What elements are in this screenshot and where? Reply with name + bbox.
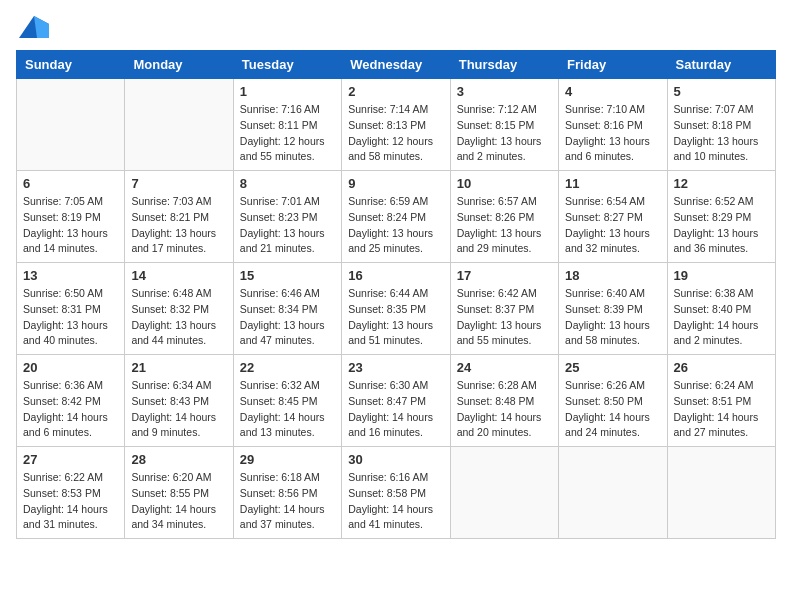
day-cell: 1Sunrise: 7:16 AMSunset: 8:11 PMDaylight…: [233, 79, 341, 171]
day-cell: 28Sunrise: 6:20 AMSunset: 8:55 PMDayligh…: [125, 447, 233, 539]
day-info-line: Sunrise: 6:44 AM: [348, 287, 428, 299]
day-info-line: Sunset: 8:31 PM: [23, 303, 101, 315]
day-info: Sunrise: 6:54 AMSunset: 8:27 PMDaylight:…: [565, 194, 660, 257]
day-number: 20: [23, 360, 118, 375]
day-info-line: Sunrise: 6:50 AM: [23, 287, 103, 299]
day-number: 10: [457, 176, 552, 191]
day-info: Sunrise: 6:38 AMSunset: 8:40 PMDaylight:…: [674, 286, 769, 349]
day-info-line: Daylight: 14 hours and 20 minutes.: [457, 411, 542, 439]
day-info-line: Sunset: 8:18 PM: [674, 119, 752, 131]
day-info-line: Daylight: 14 hours and 41 minutes.: [348, 503, 433, 531]
day-number: 3: [457, 84, 552, 99]
day-cell: 8Sunrise: 7:01 AMSunset: 8:23 PMDaylight…: [233, 171, 341, 263]
day-number: 1: [240, 84, 335, 99]
day-cell: 24Sunrise: 6:28 AMSunset: 8:48 PMDayligh…: [450, 355, 558, 447]
day-cell: 2Sunrise: 7:14 AMSunset: 8:13 PMDaylight…: [342, 79, 450, 171]
day-info: Sunrise: 7:10 AMSunset: 8:16 PMDaylight:…: [565, 102, 660, 165]
day-info-line: Sunset: 8:24 PM: [348, 211, 426, 223]
day-cell: 26Sunrise: 6:24 AMSunset: 8:51 PMDayligh…: [667, 355, 775, 447]
day-cell: 4Sunrise: 7:10 AMSunset: 8:16 PMDaylight…: [559, 79, 667, 171]
day-info: Sunrise: 6:42 AMSunset: 8:37 PMDaylight:…: [457, 286, 552, 349]
day-info: Sunrise: 6:34 AMSunset: 8:43 PMDaylight:…: [131, 378, 226, 441]
day-info-line: Sunset: 8:39 PM: [565, 303, 643, 315]
day-cell: 7Sunrise: 7:03 AMSunset: 8:21 PMDaylight…: [125, 171, 233, 263]
day-info-line: Sunrise: 6:20 AM: [131, 471, 211, 483]
day-number: 13: [23, 268, 118, 283]
day-info-line: Sunset: 8:16 PM: [565, 119, 643, 131]
day-number: 11: [565, 176, 660, 191]
day-info-line: Daylight: 13 hours and 51 minutes.: [348, 319, 433, 347]
day-info-line: Daylight: 13 hours and 25 minutes.: [348, 227, 433, 255]
day-info-line: Sunrise: 7:14 AM: [348, 103, 428, 115]
day-info-line: Sunset: 8:58 PM: [348, 487, 426, 499]
day-info-line: Sunset: 8:32 PM: [131, 303, 209, 315]
day-cell: 27Sunrise: 6:22 AMSunset: 8:53 PMDayligh…: [17, 447, 125, 539]
day-info-line: Sunrise: 7:12 AM: [457, 103, 537, 115]
day-info: Sunrise: 6:52 AMSunset: 8:29 PMDaylight:…: [674, 194, 769, 257]
calendar-header-friday: Friday: [559, 51, 667, 79]
day-cell: 13Sunrise: 6:50 AMSunset: 8:31 PMDayligh…: [17, 263, 125, 355]
day-info-line: Daylight: 14 hours and 13 minutes.: [240, 411, 325, 439]
day-info: Sunrise: 6:40 AMSunset: 8:39 PMDaylight:…: [565, 286, 660, 349]
day-number: 26: [674, 360, 769, 375]
calendar-header-sunday: Sunday: [17, 51, 125, 79]
day-info-line: Sunset: 8:27 PM: [565, 211, 643, 223]
calendar-header-row: SundayMondayTuesdayWednesdayThursdayFrid…: [17, 51, 776, 79]
day-info: Sunrise: 6:46 AMSunset: 8:34 PMDaylight:…: [240, 286, 335, 349]
day-info-line: Sunrise: 7:16 AM: [240, 103, 320, 115]
day-info-line: Daylight: 13 hours and 58 minutes.: [565, 319, 650, 347]
day-info-line: Sunset: 8:19 PM: [23, 211, 101, 223]
day-info: Sunrise: 7:14 AMSunset: 8:13 PMDaylight:…: [348, 102, 443, 165]
calendar-body: 1Sunrise: 7:16 AMSunset: 8:11 PMDaylight…: [17, 79, 776, 539]
day-number: 22: [240, 360, 335, 375]
day-info: Sunrise: 6:20 AMSunset: 8:55 PMDaylight:…: [131, 470, 226, 533]
day-info-line: Daylight: 12 hours and 58 minutes.: [348, 135, 433, 163]
day-info-line: Daylight: 13 hours and 17 minutes.: [131, 227, 216, 255]
day-cell: 22Sunrise: 6:32 AMSunset: 8:45 PMDayligh…: [233, 355, 341, 447]
logo: [16, 16, 49, 38]
day-info-line: Daylight: 13 hours and 36 minutes.: [674, 227, 759, 255]
page-header: [16, 16, 776, 38]
day-info: Sunrise: 6:32 AMSunset: 8:45 PMDaylight:…: [240, 378, 335, 441]
day-info-line: Daylight: 13 hours and 21 minutes.: [240, 227, 325, 255]
day-info: Sunrise: 6:24 AMSunset: 8:51 PMDaylight:…: [674, 378, 769, 441]
day-number: 24: [457, 360, 552, 375]
day-info-line: Daylight: 13 hours and 44 minutes.: [131, 319, 216, 347]
day-number: 14: [131, 268, 226, 283]
day-cell: 3Sunrise: 7:12 AMSunset: 8:15 PMDaylight…: [450, 79, 558, 171]
day-number: 18: [565, 268, 660, 283]
day-info-line: Sunset: 8:42 PM: [23, 395, 101, 407]
day-info-line: Daylight: 13 hours and 55 minutes.: [457, 319, 542, 347]
day-info-line: Sunrise: 6:32 AM: [240, 379, 320, 391]
week-row-1: 1Sunrise: 7:16 AMSunset: 8:11 PMDaylight…: [17, 79, 776, 171]
day-info-line: Sunset: 8:47 PM: [348, 395, 426, 407]
day-number: 27: [23, 452, 118, 467]
calendar-header-monday: Monday: [125, 51, 233, 79]
day-info-line: Daylight: 14 hours and 34 minutes.: [131, 503, 216, 531]
day-cell: [559, 447, 667, 539]
day-info-line: Sunrise: 6:18 AM: [240, 471, 320, 483]
day-info-line: Sunset: 8:35 PM: [348, 303, 426, 315]
day-info-line: Sunset: 8:13 PM: [348, 119, 426, 131]
day-info-line: Sunrise: 7:07 AM: [674, 103, 754, 115]
day-number: 9: [348, 176, 443, 191]
day-number: 15: [240, 268, 335, 283]
day-cell: 25Sunrise: 6:26 AMSunset: 8:50 PMDayligh…: [559, 355, 667, 447]
day-info-line: Sunset: 8:11 PM: [240, 119, 318, 131]
day-info-line: Sunrise: 6:22 AM: [23, 471, 103, 483]
day-info-line: Sunrise: 7:05 AM: [23, 195, 103, 207]
week-row-5: 27Sunrise: 6:22 AMSunset: 8:53 PMDayligh…: [17, 447, 776, 539]
day-info-line: Sunrise: 6:46 AM: [240, 287, 320, 299]
day-info-line: Sunset: 8:37 PM: [457, 303, 535, 315]
day-info: Sunrise: 6:26 AMSunset: 8:50 PMDaylight:…: [565, 378, 660, 441]
day-info-line: Sunset: 8:34 PM: [240, 303, 318, 315]
day-number: 21: [131, 360, 226, 375]
day-info-line: Daylight: 14 hours and 2 minutes.: [674, 319, 759, 347]
day-number: 23: [348, 360, 443, 375]
day-number: 5: [674, 84, 769, 99]
calendar-header-tuesday: Tuesday: [233, 51, 341, 79]
day-info-line: Sunset: 8:21 PM: [131, 211, 209, 223]
week-row-2: 6Sunrise: 7:05 AMSunset: 8:19 PMDaylight…: [17, 171, 776, 263]
day-info: Sunrise: 7:07 AMSunset: 8:18 PMDaylight:…: [674, 102, 769, 165]
day-cell: 18Sunrise: 6:40 AMSunset: 8:39 PMDayligh…: [559, 263, 667, 355]
